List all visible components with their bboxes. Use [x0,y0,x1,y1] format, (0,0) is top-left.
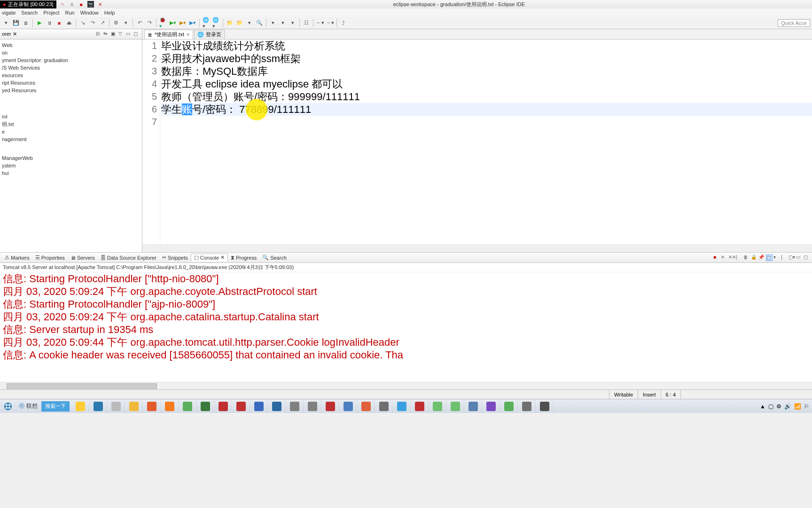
tab-progress[interactable]: ⧗Progress [228,254,259,261]
toolbar-icon[interactable]: ☷ [302,19,311,27]
taskbar-app[interactable] [518,400,536,413]
undo-icon[interactable]: ↶ [135,19,144,27]
close-icon[interactable]: ✕ [186,32,190,37]
code-line[interactable]: 开发工具 eclipse idea myeclipse 都可以 [161,78,812,90]
step-return-icon[interactable]: ↗ [98,19,107,27]
collapse-icon[interactable]: ⊟ [96,31,102,38]
taskbar-app[interactable] [89,400,107,413]
toolbar-icon[interactable]: ⤴ [339,19,348,27]
console-output[interactable]: 信息: Starting ProtocolHandler ["http-nio-… [0,272,812,382]
redo-icon[interactable]: ↷ [145,19,154,27]
taskbar-app[interactable] [179,400,196,413]
taskbar-app[interactable] [500,400,518,413]
taskbar-app[interactable] [536,400,554,413]
tree-item[interactable]: e [1,128,142,135]
pencil-icon[interactable]: ✎ [59,1,66,8]
tree-item[interactable]: ystem [1,162,142,169]
code-line[interactable]: 毕业设计成绩统计分析系统 [161,40,812,52]
tray-icon[interactable]: ▢ [768,403,773,410]
taskbar-app[interactable] [250,400,268,413]
tree-item[interactable]: nagerment [1,135,142,143]
run-ext-icon[interactable]: ▶▾ [179,19,187,27]
taskbar-app[interactable] [482,400,500,413]
forward-icon[interactable]: →▾ [326,19,334,27]
taskbar-app[interactable] [339,400,357,413]
toolbar-icon[interactable]: ⚙ [112,19,120,27]
tree-item[interactable]: /S Web Services [1,64,142,71]
tab-properties[interactable]: ☰Properties [32,254,68,261]
back-icon[interactable]: ←▾ [316,19,324,27]
taskbar-app[interactable] [446,400,464,413]
console-menu-icon[interactable]: ▾ [773,254,780,261]
open-console-icon[interactable]: ▢▾ [789,254,795,261]
save-all-icon[interactable]: 🗎 [22,19,30,27]
tray-icon[interactable]: ⚐ [804,403,809,410]
new-icon[interactable]: ▾ [2,19,10,27]
remove-all-icon[interactable]: ✕✕ [728,254,735,261]
code-line[interactable]: 教师（管理员）账号/密码：999999/111111 [161,90,812,103]
toolbar-icon[interactable]: 🌐▾ [202,19,211,27]
tree-item[interactable]: yed Resources [1,87,142,94]
pause-icon[interactable]: ⏸ [69,1,75,8]
minimize-icon[interactable]: ▭ [796,254,803,261]
debug-icon[interactable]: 🐞▾ [159,19,167,27]
pin-icon[interactable]: 📌 [758,254,765,261]
maximize-icon[interactable]: ▢ [133,31,140,38]
start-button[interactable] [0,399,16,413]
clear-icon[interactable]: 🗑 [743,254,750,261]
menu-search[interactable]: Search [21,10,38,16]
toolbar-icon[interactable]: ▾ [289,19,297,27]
explorer-tab[interactable]: orer ✕ [2,31,96,37]
taskbar-app[interactable] [232,400,250,413]
code-line[interactable]: 采用技术javaweb中的ssm框架 [161,52,812,65]
maximize-icon[interactable]: ▢ [804,254,810,261]
menu-run[interactable]: Run [65,10,74,16]
debug-stop-icon[interactable]: ■ [55,19,63,27]
toolbar-icon[interactable]: ▾ [279,19,287,27]
editor-scrollbar[interactable] [142,245,812,252]
code-line[interactable]: 数据库：MySQL数据库 [161,65,812,78]
taskbar-app[interactable] [214,400,232,413]
tree-item[interactable]: yment Descriptor: graduation [1,56,142,64]
tab-datasource[interactable]: 🗄Data Source Explorer [98,254,159,261]
taskbar-app[interactable] [321,400,339,413]
taskbar-app[interactable] [429,400,446,413]
toolbar-icon[interactable]: ▾ [122,19,130,27]
taskbar-app[interactable] [107,400,125,413]
close-icon[interactable]: ✕ [220,254,225,261]
toolbar-icon[interactable]: ▾ [269,19,277,27]
tree-item[interactable]: Web [1,41,142,49]
taskbar-search[interactable]: 搜索一下 [41,401,70,412]
taskbar-app[interactable] [286,400,304,413]
taskbar-app[interactable] [357,400,375,413]
menu-project[interactable]: Project [43,10,59,16]
scroll-lock-icon[interactable]: 🔒 [751,254,757,261]
debug-pause-icon[interactable]: ⏸ [45,19,54,27]
focus-icon[interactable]: ▣ [111,31,117,38]
view-menu-icon[interactable]: ▽ [118,31,125,38]
taskbar-app[interactable] [71,400,89,413]
tree-item[interactable]: esources [1,71,142,79]
code-area[interactable]: 毕业设计成绩统计分析系统 采用技术javaweb中的ssm框架 数据库：MySQ… [160,40,812,245]
tree-item[interactable]: ml [1,113,142,120]
tab-search[interactable]: 🔍Search [259,254,289,261]
minimize-icon[interactable]: ▭ [126,31,133,38]
close-icon[interactable]: ✕ [13,31,17,37]
taskbar-app[interactable] [393,400,411,413]
close-recording-icon[interactable]: ✕ [97,1,103,8]
taskbar-app[interactable] [375,400,393,413]
tray-icon[interactable]: ⚙ [776,403,781,410]
folder-icon[interactable]: 📁 [235,19,244,27]
save-icon[interactable]: 💾 [12,19,20,27]
toolbar-icon[interactable]: ▾ [245,19,254,27]
profile-icon[interactable]: ▶▾ [188,19,197,27]
tree-item[interactable]: ript Resources [1,79,142,87]
tab-console[interactable]: ▢Console ✕ [191,254,228,262]
tree-item[interactable]: ManagerWeb [1,154,142,162]
step-over-icon[interactable]: ↷ [88,19,97,27]
search-icon[interactable]: 🔍 [255,19,264,27]
editor-body[interactable]: 1234567 毕业设计成绩统计分析系统 采用技术javaweb中的ssm框架 … [142,40,812,245]
quick-access-input[interactable]: Quick Acce [778,19,810,27]
toolbar-icon[interactable]: 🌐▾ [212,19,220,27]
editor-tab-login[interactable]: 🌐 登录页 [194,30,225,39]
